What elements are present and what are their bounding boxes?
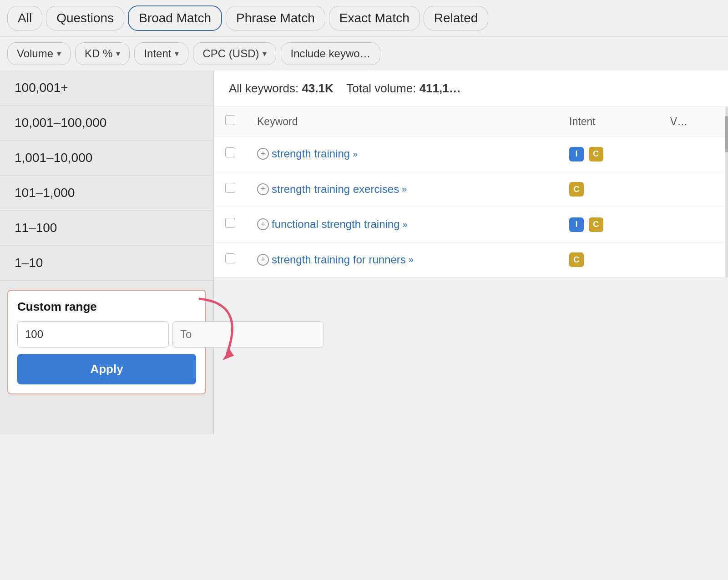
all-keywords-label: All keywords:	[229, 81, 298, 95]
tab-questions[interactable]: Questions	[46, 6, 124, 30]
row2-volume-cell	[659, 171, 728, 207]
table-row: + strength training for runners » C	[214, 242, 728, 277]
scrollbar[interactable]	[725, 107, 728, 277]
table-row: + strength training » I C	[214, 136, 728, 172]
intent-filter-btn[interactable]: Intent ▾	[134, 42, 188, 65]
volume-filter-label: Volume	[17, 47, 53, 60]
apply-button[interactable]: Apply	[17, 354, 196, 384]
row3-keyword-link[interactable]: + functional strength training »	[257, 218, 547, 231]
row1-add-icon[interactable]: +	[257, 148, 269, 160]
row1-intent-cell: I C	[558, 136, 659, 172]
row4-checkbox[interactable]	[225, 253, 235, 263]
row2-keyword-link[interactable]: + strength training exercises »	[257, 183, 547, 196]
volume-chevron-icon: ▾	[57, 49, 61, 59]
row2-checkbox[interactable]	[225, 183, 235, 193]
row1-keyword-text: strength training	[272, 147, 350, 160]
col-volume: V…	[659, 107, 728, 136]
row4-keyword-link[interactable]: + strength training for runners »	[257, 253, 547, 266]
row1-checkbox-cell	[214, 136, 246, 172]
custom-range-box: Custom range Apply	[7, 290, 206, 394]
tab-exact-match[interactable]: Exact Match	[329, 6, 420, 30]
row2-badge-c: C	[569, 182, 584, 197]
all-keywords-value: 43.1K	[302, 81, 333, 95]
col-intent: Intent	[558, 107, 659, 136]
row1-checkbox[interactable]	[225, 147, 235, 157]
row3-add-icon[interactable]: +	[257, 218, 269, 230]
svg-marker-0	[222, 349, 234, 360]
row4-keyword-cell: + strength training for runners »	[246, 242, 558, 277]
volume-option-10001-100000[interactable]: 10,001–100,000	[0, 106, 213, 141]
intent-col-header: Intent	[569, 116, 596, 127]
total-volume-label: Total volume:	[346, 81, 416, 95]
row1-badge-c: C	[589, 147, 603, 161]
row1-badge-i: I	[569, 147, 584, 161]
row4-intent-cell: C	[558, 242, 659, 277]
custom-range-inputs	[17, 321, 196, 348]
row3-keyword-text: functional strength training	[272, 218, 400, 231]
volume-option-11-100[interactable]: 11–100	[0, 211, 213, 246]
cpc-chevron-icon: ▾	[263, 49, 267, 59]
row3-keyword-cell: + functional strength training »	[246, 207, 558, 242]
row2-add-icon[interactable]: +	[257, 183, 269, 195]
kd-filter-label: KD %	[85, 47, 112, 60]
row2-keyword-cell: + strength training exercises »	[246, 171, 558, 207]
keywords-table: Keyword Intent V…	[214, 107, 728, 277]
volume-filter-btn[interactable]: Volume ▾	[7, 42, 71, 65]
row2-intent-cell: C	[558, 171, 659, 207]
volume-option-100001plus[interactable]: 100,001+	[0, 71, 213, 106]
scroll-thumb	[725, 116, 728, 152]
filter-bar: Volume ▾ KD % ▾ Intent ▾ CPC (USD) ▾ Inc…	[0, 37, 728, 71]
volume-option-1-10[interactable]: 1–10	[0, 246, 213, 281]
row3-checkbox[interactable]	[225, 218, 235, 228]
row1-keyword-cell: + strength training »	[246, 136, 558, 172]
volume-dropdown: 100,001+ 10,001–100,000 1,001–10,000 101…	[0, 71, 214, 434]
tab-phrase-match[interactable]: Phrase Match	[226, 6, 325, 30]
row2-keyword-text: strength training exercises	[272, 183, 399, 196]
volume-option-101-1000[interactable]: 101–1,000	[0, 176, 213, 211]
row3-checkbox-cell	[214, 207, 246, 242]
keyword-col-header: Keyword	[257, 116, 298, 127]
include-filter-btn[interactable]: Include keywo…	[281, 42, 380, 65]
cpc-filter-label: CPC (USD)	[202, 47, 259, 60]
row2-arrow-icon: »	[402, 184, 407, 194]
row3-arrow-icon: »	[403, 219, 408, 230]
cpc-filter-btn[interactable]: CPC (USD) ▾	[193, 42, 276, 65]
select-all-checkbox[interactable]	[225, 115, 235, 125]
volume-option-1001-10000[interactable]: 1,001–10,000	[0, 141, 213, 176]
tab-broad-match[interactable]: Broad Match	[128, 5, 222, 31]
main-area: 100,001+ 10,001–100,000 1,001–10,000 101…	[0, 71, 728, 277]
row4-arrow-icon: »	[409, 254, 414, 265]
row4-add-icon[interactable]: +	[257, 254, 269, 266]
row1-volume-cell	[659, 136, 728, 172]
kd-filter-btn[interactable]: KD % ▾	[75, 42, 130, 65]
row1-arrow-icon: »	[353, 149, 358, 159]
col-keyword: Keyword	[246, 107, 558, 136]
row1-keyword-link[interactable]: + strength training »	[257, 147, 547, 160]
row4-badge-c: C	[569, 252, 584, 267]
table-row: + functional strength training » I C	[214, 207, 728, 242]
row3-volume-cell	[659, 207, 728, 242]
col-checkbox	[214, 107, 246, 136]
row3-badge-c: C	[589, 217, 603, 232]
kd-chevron-icon: ▾	[116, 49, 120, 59]
right-panel: All keywords: 43.1K Total volume: 411,1……	[214, 71, 728, 277]
table-row: + strength training exercises » C	[214, 171, 728, 207]
volume-col-header: V…	[670, 116, 688, 127]
tab-all[interactable]: All	[7, 6, 42, 30]
row4-checkbox-cell	[214, 242, 246, 277]
row2-checkbox-cell	[214, 171, 246, 207]
tab-bar: All Questions Broad Match Phrase Match E…	[0, 0, 728, 37]
row3-intent-cell: I C	[558, 207, 659, 242]
include-filter-label: Include keywo…	[290, 47, 370, 60]
intent-filter-label: Intent	[144, 47, 171, 60]
custom-range-to-input[interactable]	[172, 321, 324, 348]
tab-related[interactable]: Related	[424, 6, 489, 30]
row4-volume-cell	[659, 242, 728, 277]
total-volume-value: 411,1…	[420, 81, 461, 95]
custom-range-title: Custom range	[17, 300, 196, 314]
keywords-summary: All keywords: 43.1K Total volume: 411,1…	[214, 71, 728, 107]
intent-chevron-icon: ▾	[175, 49, 179, 59]
custom-range-from-input[interactable]	[17, 321, 169, 348]
row4-keyword-text: strength training for runners	[272, 253, 406, 266]
row3-badge-i: I	[569, 217, 584, 232]
